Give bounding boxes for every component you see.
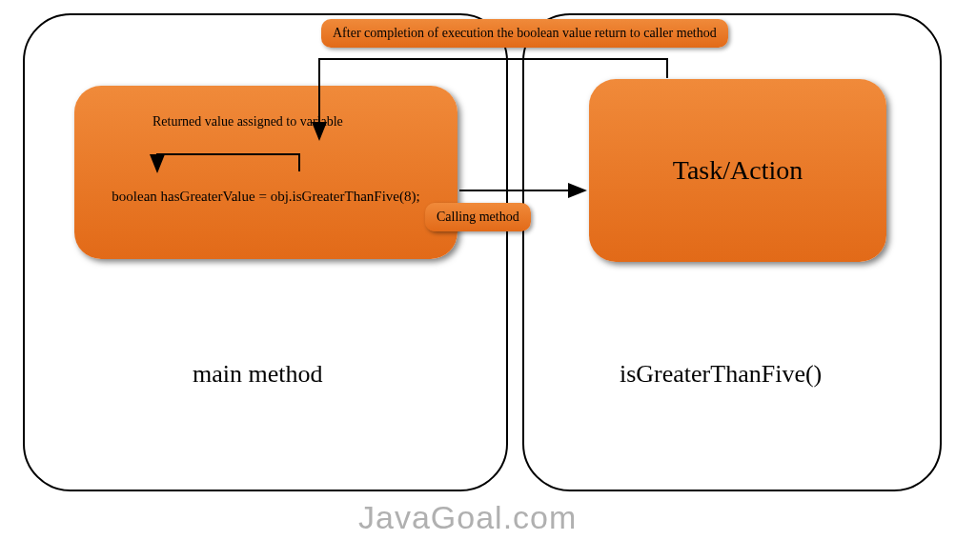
inner-annotation: Returned value assigned to variable xyxy=(152,114,343,130)
main-method-title: main method xyxy=(193,360,322,389)
watermark: JavaGoal.com xyxy=(358,499,577,536)
right-method-title: isGreaterThanFive() xyxy=(620,360,822,389)
code-text: boolean hasGreaterValue = obj.isGreaterT… xyxy=(86,189,446,205)
code-block: Returned value assigned to variable bool… xyxy=(74,86,458,259)
calling-badge: Calling method xyxy=(425,203,531,231)
task-label: Task/Action xyxy=(673,155,803,186)
top-badge: After completion of execution the boolea… xyxy=(321,19,728,48)
task-block: Task/Action xyxy=(589,79,886,262)
